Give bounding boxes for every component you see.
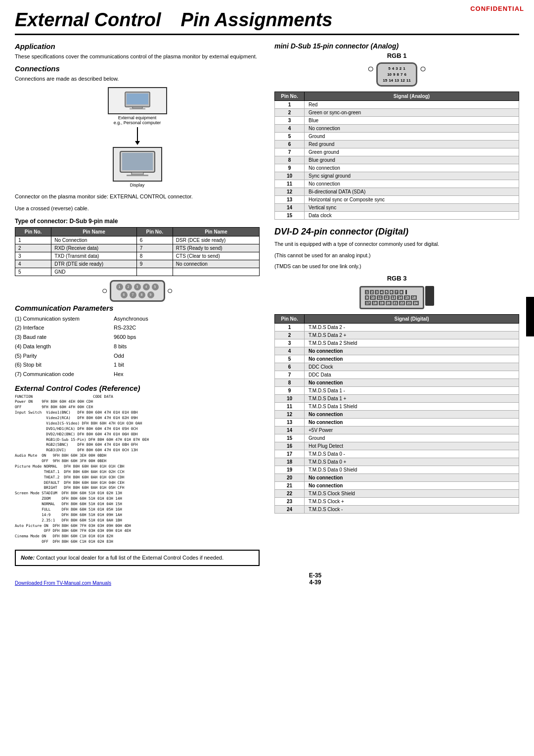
table-row: 5No connection — [275, 355, 519, 363]
table-row: 14+5V Power — [275, 426, 519, 434]
table-row: 17T.M.D.S Data 0 - — [275, 450, 519, 458]
table-row: 10T.M.D.S Data 1 + — [275, 395, 519, 403]
download-link[interactable]: Downloaded From TV-Manual.com Manuals — [15, 580, 111, 586]
connections-text: Connections are made as described below. — [15, 75, 260, 83]
comm-params-table: (1) Communication systemAsynchronous(2) … — [15, 314, 260, 379]
table-row: 4DTR (DTE side ready)9No connection — [15, 260, 260, 268]
svg-rect-1 — [127, 94, 148, 104]
comm-param-value: 9600 bps — [114, 332, 260, 342]
dvi-signal-header: Signal (Digital) — [305, 315, 519, 324]
confidential-label: CONFIDENTIAL — [470, 5, 524, 12]
comm-param-label: (7) Communication code — [15, 370, 114, 379]
application-title: Application — [15, 42, 260, 50]
comm-param-label: (2) Interface — [15, 323, 114, 332]
connections-section: Connections Connections are made as desc… — [15, 64, 260, 213]
table-row: 12Bi-directional DATA (SDA) — [275, 188, 519, 195]
table-row: 19T.M.D.S Data 0 Shield — [275, 466, 519, 474]
external-equipment-box — [108, 87, 167, 114]
page-number: E-35 4-39 — [309, 572, 321, 586]
comm-param-label: (4) Data length — [15, 342, 114, 351]
table-row: 3T.M.D.S Data 2 Shield — [275, 339, 519, 347]
svg-rect-2 — [133, 107, 142, 108]
table-row: 20No connection — [275, 474, 519, 482]
application-text: These specifications cover the communica… — [15, 52, 260, 61]
list-item: Auto Picture ON DFH 80H 60H 7FH 03H 03H … — [15, 523, 260, 529]
col-pin-no-2: Pin No. — [136, 227, 173, 236]
svg-rect-7 — [127, 175, 148, 176]
svg-rect-3 — [130, 108, 145, 109]
comm-param-label: (6) Stop bit — [15, 360, 114, 370]
table-row: 11T.M.D.S Data 1 Shield — [275, 403, 519, 411]
list-item: OFF DFH 80H 60H C1H 01H 02H 83H — [15, 539, 260, 545]
list-item: OFF 9FH 80H 60H 3FH 00H 0BEH — [15, 459, 260, 464]
col-pin-name-2: Pin Name — [173, 227, 259, 236]
dvi-text1: The unit is equipped with a type of conn… — [274, 240, 519, 248]
table-row: 24T.M.D.S Clock - — [275, 506, 519, 514]
svg-rect-5 — [122, 153, 153, 170]
rgb1-label: RGB 1 — [274, 52, 519, 59]
table-row: 4No connection — [275, 347, 519, 355]
table-row: 11No connection — [275, 180, 519, 188]
connections-title: Connections — [15, 64, 260, 73]
table-row: 1T.M.D.S Data 2 - — [275, 324, 519, 331]
table-row: 3TXD (Transmit data)8CTS (Clear to send) — [15, 252, 260, 260]
table-row: 6Red ground — [275, 140, 519, 148]
table-row: 2T.M.D.S Data 2 + — [275, 331, 519, 339]
table-row: 3Blue — [275, 116, 519, 124]
list-item: DEFAULT DFH 80H 60H 0AH 01H 04H CEH — [15, 480, 260, 486]
note-label: Note: — [21, 555, 35, 561]
list-item: ZOOM DFH 80H 60H 51H 01H 03H 14H — [15, 496, 260, 502]
connector-text2: Use a crossed (reverse) cable. — [15, 204, 260, 213]
list-item: DVD1/HD1(RCA) DFH 80H 60H 47H 01H 05H 0C… — [15, 426, 260, 432]
signal-analog-header: Signal (Analog) — [305, 92, 519, 100]
table-row: 7DDC Data — [275, 371, 519, 379]
list-item: Cinema Mode ON DFH 80H 60H C1H 01H 01H 8… — [15, 534, 260, 539]
comm-param-label: (5) Parity — [15, 351, 114, 361]
dvi-text2: (This cannot be used for an analog input… — [274, 251, 519, 260]
comm-param-value: Odd — [114, 351, 260, 361]
table-row: 9T.M.D.S Data 1 - — [275, 387, 519, 395]
table-row: 8Blue ground — [275, 156, 519, 164]
table-row: 1Red — [275, 100, 519, 108]
table-row: 1No Connection6DSR (DCE side ready) — [15, 236, 260, 244]
list-item: Picture Mode NORMAL DFH 80H 60H 0AH 01H … — [15, 464, 260, 470]
display-label: Display — [113, 183, 162, 188]
table-row: 21No connection — [275, 482, 519, 490]
comm-param-value: RS-232C — [114, 323, 260, 332]
connection-arrow — [137, 127, 138, 141]
svg-rect-6 — [132, 172, 143, 175]
list-item: Video2(RCA) DFH 80H 60H 47H 01H 02H 09H — [15, 416, 260, 421]
mini-dsub-title: mini D-Sub 15-pin connector (Analog) — [274, 42, 519, 50]
ext-control-codes-section: External Control Codes (Reference) FUNCT… — [15, 384, 260, 545]
list-item: THEAT.2 DFH 80H 60H 0AH 01H 03H CDH — [15, 475, 260, 480]
right-column: mini D-Sub 15-pin connector (Analog) RGB… — [274, 42, 519, 566]
display-box — [113, 147, 162, 182]
list-item: Video3(S-Video) DFH 80H 60H 47H 01H 03H … — [15, 421, 260, 426]
comm-param-value: 8 bits — [114, 342, 260, 351]
table-row: 13Horizontal sync or Composite sync — [275, 195, 519, 203]
list-item: Input Switch Video1(BNC) DFH 80H 60H 47H… — [15, 410, 260, 416]
dvi-title: DVI-D 24-pin connector (Digital) — [274, 227, 519, 237]
table-row: 10Sync signal ground — [275, 172, 519, 180]
table-row: 18T.M.D.S Data 0 + — [275, 458, 519, 466]
comm-param-value: Hex — [114, 370, 260, 379]
ext-control-codes-title: External Control Codes (Reference) — [15, 384, 260, 392]
ecr-content: FUNCTION CODE DATAPower ON 9FH 80H 60H 4… — [15, 394, 260, 545]
table-row: 13No connection — [275, 419, 519, 426]
comm-param-value: 1 bit — [114, 360, 260, 370]
rgb3-label: RGB 3 — [274, 275, 519, 282]
black-tab — [526, 297, 534, 336]
table-row: 16Hot Plug Detect — [275, 442, 519, 450]
list-item: RGB1(D-Sub 15-Pin) DFH 80H 60H 47H 01H 0… — [15, 437, 260, 443]
note-text: Contact your local dealer for a full lis… — [36, 555, 223, 561]
list-item: Power ON 9FH 80H 60H 4EH 00H CDH — [15, 399, 260, 405]
rgb1-pin-table: Pin No. Signal (Analog) 1Red2Green or sy… — [274, 92, 519, 220]
table-row: 4No connection — [275, 124, 519, 132]
note-box: Note: Contact your local dealer for a fu… — [15, 550, 260, 566]
table-row: 7Green ground — [275, 148, 519, 156]
table-row: 2Green or sync-on-green — [275, 108, 519, 116]
dvi-pin-no-header: Pin No. — [275, 315, 305, 324]
list-item: 2.35:1 DFH 80H 60H 51H 01H 0AH 1BH — [15, 518, 260, 523]
connector-type-table: Pin No. Pin Name Pin No. Pin Name 1No Co… — [15, 227, 260, 276]
table-row: 12No connection — [275, 411, 519, 419]
